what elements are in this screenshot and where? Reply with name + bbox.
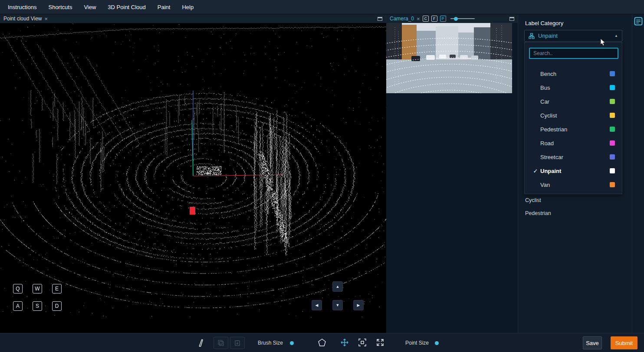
menu-item-instructions[interactable]: Instructions (8, 4, 36, 10)
point-cloud-tab-label: Point cloud View (3, 16, 42, 22)
category-swatch (610, 140, 615, 146)
category-option-unpaint[interactable]: ✓ Unpaint (525, 164, 622, 178)
bottom-toolbar: Brush Size Point Size Save Su (0, 333, 644, 352)
category-dropdown-value: Unpaint (538, 33, 558, 39)
camera-panel: Camera_0 × C F P (386, 14, 518, 333)
nav-down-button[interactable]: ▼ (332, 300, 343, 310)
category-dropdown[interactable]: Unpaint ▲ (524, 30, 622, 42)
category-label: Bus (540, 85, 550, 91)
category-option-cyclist[interactable]: Cyclist (525, 108, 622, 122)
category-option-van[interactable]: Van (525, 178, 622, 192)
category-swatch (610, 182, 615, 187)
category-option-pedestrian[interactable]: Pedestrian (525, 122, 622, 136)
fit-frame-icon[interactable] (358, 338, 367, 347)
menu-item-view[interactable]: View (84, 4, 96, 10)
category-label: Car (540, 98, 549, 105)
hotkey-q: Q (13, 284, 23, 293)
category-swatch (610, 113, 615, 118)
category-swatch (610, 99, 615, 104)
polygon-tool-icon[interactable] (318, 338, 326, 347)
camera-toggle-p[interactable]: P (440, 16, 446, 22)
category-tree-icon (529, 33, 535, 39)
category-option-bus[interactable]: Bus (525, 81, 622, 95)
label-sidebar: Label Category Unpaint ▲ Bench (518, 14, 632, 333)
camera-tabbar: Camera_0 × C F P (386, 14, 518, 23)
point-cloud-panel: Point cloud View × Q W E A S D ▲ ◀ ▼ ▶ (0, 14, 386, 333)
nav-left-button[interactable]: ◀ (312, 300, 322, 310)
camera-image[interactable] (386, 23, 512, 93)
clipboard-group (214, 337, 245, 349)
menu-item-paint[interactable]: Paint (158, 4, 171, 10)
hotkey-d: D (52, 301, 62, 311)
category-option-car[interactable]: Car (525, 95, 622, 108)
category-label: Bench (540, 71, 556, 77)
camera-opacity-slider[interactable] (450, 18, 475, 19)
chevron-up-icon[interactable]: ▲ (614, 34, 618, 38)
menu-item-help[interactable]: Help (182, 4, 194, 10)
category-swatch (610, 71, 615, 76)
category-option-streetcar[interactable]: Streetcar (525, 150, 622, 164)
hotkey-e: E (52, 284, 62, 293)
maximize-icon[interactable] (378, 17, 382, 21)
camera-toggle-f[interactable]: F (431, 16, 437, 22)
point-size-label: Point Size (405, 340, 429, 346)
right-rail (632, 14, 644, 333)
category-label: Pedestrian (540, 126, 567, 133)
point-cloud-tabbar: Point cloud View × (0, 14, 386, 23)
category-label: Van (540, 182, 550, 188)
save-button[interactable]: Save (583, 336, 602, 349)
app-window: Instructions Shortcuts View 3D Point Clo… (0, 0, 644, 352)
camera-opacity-knob[interactable] (454, 17, 458, 21)
hotkey-w: W (33, 284, 42, 293)
hotkey-a: A (13, 301, 23, 311)
category-list: Bench Bus Car Cyclist (525, 67, 622, 192)
copy-button[interactable] (214, 337, 228, 349)
submit-button[interactable]: Submit (611, 336, 637, 349)
camera-maximize-icon[interactable] (509, 17, 514, 21)
category-swatch (610, 85, 615, 90)
menu-item-shortcuts[interactable]: Shortcuts (48, 4, 72, 10)
category-label: Cyclist (540, 112, 557, 119)
menu-item-3d-point-cloud[interactable]: 3D Point Cloud (108, 4, 145, 10)
nav-right-button[interactable]: ▶ (353, 300, 364, 310)
brush-size-knob[interactable] (290, 341, 294, 345)
brush-pencil-icon[interactable] (196, 338, 205, 348)
category-option-road[interactable]: Road (525, 136, 622, 150)
frame-label-pedestrian[interactable]: Pedestrian (525, 210, 551, 216)
category-search-input[interactable] (529, 48, 618, 59)
hotkey-s: S (33, 301, 42, 311)
label-category-title: Label Category (525, 20, 563, 26)
brush-size-label: Brush Size (258, 340, 283, 346)
fullscreen-expand-icon[interactable] (376, 338, 384, 347)
move-tool-icon[interactable] (340, 338, 349, 347)
category-dropdown-panel: Bench Bus Car Cyclist (524, 42, 622, 194)
nav-up-button[interactable]: ▲ (332, 281, 343, 292)
category-label: Unpaint (540, 168, 561, 174)
checkmark-icon: ✓ (531, 168, 540, 174)
category-label: Streetcar (540, 154, 563, 160)
category-swatch (610, 154, 615, 160)
panel-list-icon[interactable] (634, 17, 643, 26)
camera-tab-label: Camera_0 (390, 16, 414, 22)
point-cloud-tab-close-icon[interactable]: × (45, 16, 48, 22)
category-option-bench[interactable]: Bench (525, 67, 622, 81)
category-label: Road (540, 140, 554, 147)
paste-button[interactable] (230, 337, 245, 349)
point-size-knob[interactable] (435, 341, 439, 345)
camera-toggle-c[interactable]: C (423, 16, 429, 22)
category-swatch (610, 127, 615, 132)
category-swatch (610, 168, 615, 173)
menubar: Instructions Shortcuts View 3D Point Clo… (0, 0, 644, 14)
camera-tab-close-icon[interactable]: × (417, 16, 420, 22)
frame-label-cyclist[interactable]: Cyclist (525, 197, 541, 203)
